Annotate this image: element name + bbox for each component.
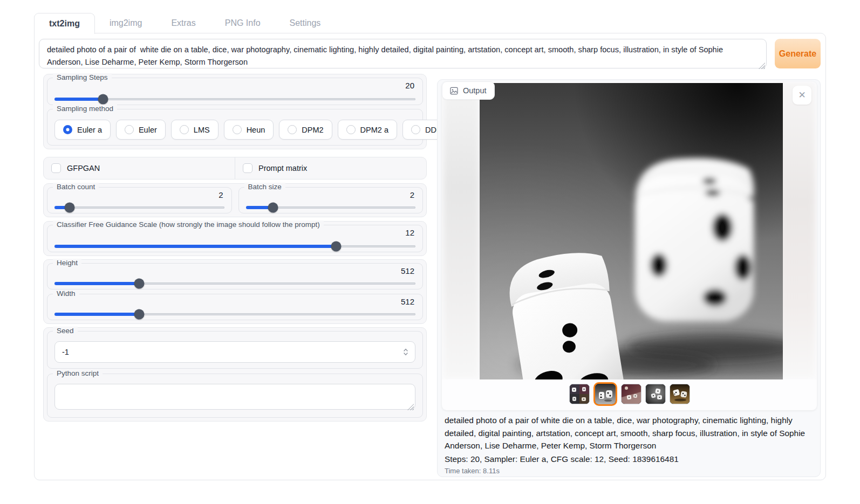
gfpgan-checkbox[interactable]: GFPGAN bbox=[44, 157, 235, 179]
batch-count-value: 2 bbox=[219, 190, 223, 199]
sampler-option-euler[interactable]: Euler bbox=[116, 120, 166, 140]
sampler-option-heun[interactable]: Heun bbox=[224, 120, 274, 140]
slider-handle[interactable] bbox=[268, 203, 278, 213]
radio-icon bbox=[346, 125, 356, 134]
checkbox-icon bbox=[243, 163, 252, 173]
sampling-method-options: Euler a Euler LMS Heun bbox=[54, 120, 415, 140]
cfg-value: 12 bbox=[405, 228, 414, 237]
seed-input[interactable]: -1 bbox=[54, 341, 415, 363]
sampler-option-euler-a[interactable]: Euler a bbox=[54, 120, 111, 140]
prompt-input[interactable]: detailed photo of a pair of white die on… bbox=[39, 39, 767, 68]
cfg-label: Classifier Free Guidance Scale (how stro… bbox=[53, 220, 324, 229]
letterbox-blur-left bbox=[443, 81, 480, 379]
image-stage: ✕ bbox=[442, 81, 817, 379]
sampler-option-label: Euler bbox=[139, 126, 157, 134]
sampler-option-label: DPM2 a bbox=[360, 126, 388, 134]
checkbox-row: GFPGAN Prompt matrix bbox=[44, 157, 426, 179]
radio-icon bbox=[233, 125, 242, 134]
output-tab-label: Output bbox=[463, 86, 487, 95]
radio-icon bbox=[288, 125, 297, 134]
gallery-thumbnail-2-selected[interactable] bbox=[593, 382, 617, 406]
seed-script-group: Seed -1 Python script bbox=[43, 327, 427, 422]
batch-size-value: 2 bbox=[410, 190, 414, 199]
radio-icon bbox=[180, 125, 189, 134]
cfg-group: Classifier Free Guidance Scale (how stro… bbox=[43, 221, 427, 256]
batch-group: Batch count 2 Batch size 2 bbox=[43, 183, 427, 217]
controls-column: Sampling Steps 20 Sampling method Euler … bbox=[43, 74, 427, 422]
seed-label: Seed bbox=[53, 327, 78, 335]
sampler-option-label: Heun bbox=[247, 126, 265, 134]
gallery-thumbnail-1[interactable] bbox=[569, 384, 590, 404]
sampler-option-dpm2[interactable]: DPM2 bbox=[279, 120, 332, 140]
sampling-steps-slider[interactable] bbox=[54, 94, 415, 105]
slider-fill bbox=[54, 282, 139, 285]
prompt-matrix-label: Prompt matrix bbox=[258, 164, 307, 172]
width-slider[interactable] bbox=[54, 309, 415, 320]
radio-icon bbox=[411, 125, 420, 134]
prompt-box: detailed photo of a pair of white die on… bbox=[39, 39, 767, 71]
radio-icon bbox=[125, 125, 134, 134]
gallery-thumbnail-5[interactable] bbox=[670, 384, 690, 404]
python-script-input[interactable] bbox=[54, 384, 415, 410]
batch-size-slider[interactable] bbox=[246, 202, 416, 213]
sampler-option-label: Euler a bbox=[77, 126, 102, 134]
sampler-option-label: DPM2 bbox=[302, 126, 323, 134]
batch-count-label: Batch count bbox=[53, 183, 99, 191]
stable-diffusion-webui: txt2img img2img Extras PNG Info Settings… bbox=[0, 0, 860, 504]
tab-extras[interactable]: Extras bbox=[156, 13, 210, 33]
slider-track[interactable] bbox=[54, 98, 415, 100]
batch-count-slider[interactable] bbox=[54, 202, 224, 213]
height-slider[interactable] bbox=[54, 278, 415, 289]
tab-png-info[interactable]: PNG Info bbox=[210, 13, 275, 33]
seed-stepper[interactable] bbox=[400, 344, 411, 360]
slider-handle[interactable] bbox=[98, 94, 108, 105]
seed-fieldset: Seed -1 bbox=[47, 331, 423, 369]
slider-fill bbox=[54, 98, 103, 101]
radio-selected-icon bbox=[63, 125, 72, 134]
sampler-option-lms[interactable]: LMS bbox=[171, 120, 219, 140]
seed-value: -1 bbox=[62, 348, 400, 356]
gallery-thumbnails bbox=[442, 381, 817, 408]
slider-track[interactable] bbox=[54, 206, 224, 209]
prompt-matrix-checkbox[interactable]: Prompt matrix bbox=[235, 157, 426, 179]
sampler-option-dpm2-a[interactable]: DPM2 a bbox=[338, 120, 397, 140]
batch-size-fieldset: Batch size 2 bbox=[238, 187, 424, 213]
tab-txt2img[interactable]: txt2img bbox=[34, 13, 95, 34]
size-group: Height 512 Width 512 bbox=[43, 259, 427, 324]
batch-count-fieldset: Batch count 2 bbox=[47, 187, 232, 213]
gallery-thumbnail-4[interactable] bbox=[645, 384, 666, 404]
cfg-slider[interactable] bbox=[54, 241, 415, 252]
height-value: 512 bbox=[401, 266, 414, 275]
image-icon bbox=[450, 87, 458, 95]
generate-button[interactable]: Generate bbox=[775, 39, 821, 68]
slider-handle[interactable] bbox=[134, 309, 145, 320]
tab-bar: txt2img img2img Extras PNG Info Settings bbox=[34, 13, 335, 33]
sampling-method-label: Sampling method bbox=[53, 105, 117, 113]
slider-handle[interactable] bbox=[65, 203, 75, 213]
sampling-steps-fieldset: Sampling Steps 20 bbox=[47, 78, 423, 105]
slider-handle[interactable] bbox=[134, 279, 145, 289]
caption-params: Steps: 20, Sampler: Euler a, CFG scale: … bbox=[445, 453, 816, 465]
output-caption: detailed photo of a pair of white die on… bbox=[445, 414, 816, 475]
output-tab[interactable]: Output bbox=[442, 81, 495, 100]
gfpgan-label: GFPGAN bbox=[67, 164, 100, 172]
slider-fill bbox=[54, 313, 139, 316]
output-viewer: ✕ Output bbox=[442, 81, 817, 410]
cfg-fieldset: Classifier Free Guidance Scale (how stro… bbox=[47, 225, 423, 252]
python-script-fieldset: Python script bbox=[47, 374, 423, 418]
toggles-group: GFPGAN Prompt matrix bbox=[43, 157, 427, 179]
slider-handle[interactable] bbox=[331, 241, 341, 252]
height-fieldset: Height 512 bbox=[47, 263, 423, 289]
python-script-area bbox=[54, 384, 415, 412]
sampling-steps-value: 20 bbox=[405, 81, 414, 90]
batch-size-label: Batch size bbox=[244, 183, 285, 191]
close-icon[interactable]: ✕ bbox=[793, 86, 811, 105]
gallery-thumbnail-3[interactable] bbox=[621, 384, 641, 404]
generated-image[interactable] bbox=[480, 83, 783, 379]
height-label: Height bbox=[53, 259, 81, 267]
tab-settings[interactable]: Settings bbox=[275, 13, 336, 33]
sampling-method-fieldset: Sampling method Euler a Euler LMS bbox=[47, 109, 423, 146]
letterbox-blur-right bbox=[779, 81, 816, 379]
width-value: 512 bbox=[401, 297, 414, 306]
tab-img2img[interactable]: img2img bbox=[95, 13, 156, 33]
